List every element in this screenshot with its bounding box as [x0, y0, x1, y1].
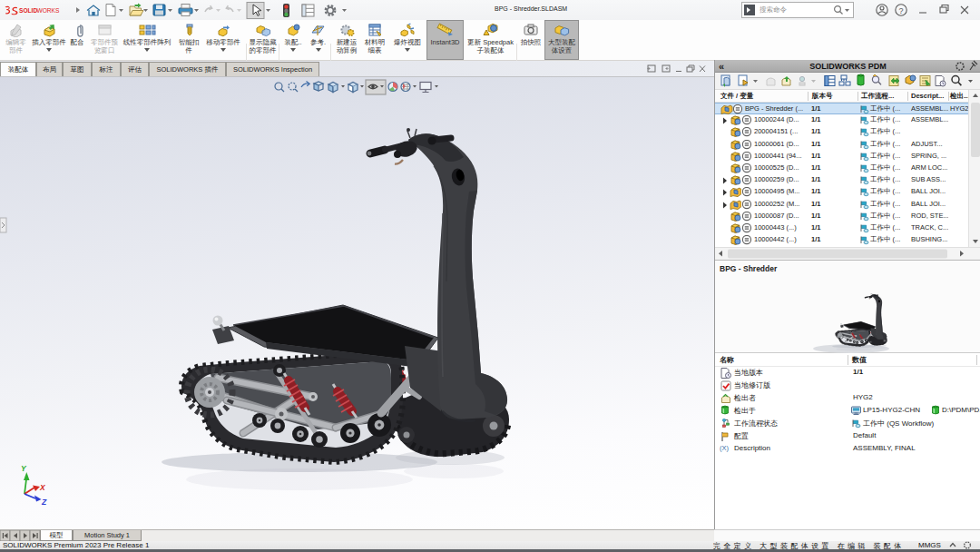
svg-text:?: ? [899, 6, 904, 15]
svg-text:WORKS: WORKS [37, 7, 61, 14]
svg-text:Y: Y [21, 464, 27, 473]
svg-text:Z: Z [41, 498, 47, 507]
svg-text:SOLID: SOLID [19, 7, 37, 14]
svg-text:X: X [39, 483, 46, 492]
